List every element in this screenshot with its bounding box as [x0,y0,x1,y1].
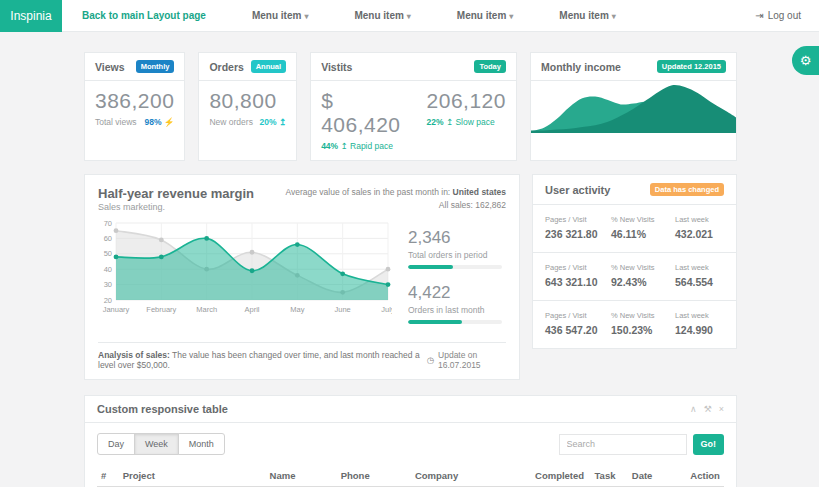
logout-button[interactable]: ⇥ Log out [755,10,801,21]
chevron-down-icon: ▾ [407,12,411,21]
monthly-income-area-chart [531,81,736,133]
visits-right-value: 206,120 [427,89,506,113]
bolt-icon: ⚡ [164,117,175,127]
menu-item-label: Menu item [354,10,403,21]
visits-badge: Today [474,60,506,73]
svg-text:60: 60 [104,234,112,243]
go-button[interactable]: Go! [693,434,725,455]
svg-text:April: April [244,305,259,314]
top-navbar: Inspinia Back to main Layout page Menu i… [0,0,819,32]
menu-item-1[interactable]: Menu item▾ [252,10,308,21]
revenue-title: Half-year revenue margin [98,186,254,201]
revenue-note: Average value of sales in the past month… [285,186,506,212]
clock-icon: ◷ [427,355,434,365]
day-button[interactable]: Day [97,433,135,455]
table-panel-body: Day Week Month Go! # Project [85,423,736,487]
svg-text:50: 50 [104,249,112,258]
menu-item-2[interactable]: Menu item▾ [354,10,410,21]
svg-text:July: July [381,305,392,314]
orders-widget-header: Orders Annual [199,53,296,81]
menu-item-3[interactable]: Menu item▾ [457,10,513,21]
col-date: Date [628,465,687,487]
week-button[interactable]: Week [134,433,179,455]
last-week-label: Last week [675,215,724,224]
analysis-text: Analysis of sales: The value has been ch… [98,350,427,370]
svg-text:February: February [146,305,176,314]
income-widget-header: Monthly income Updated 12.2015 [531,53,736,81]
visits-left-value: $ 406,420 [321,89,400,137]
svg-text:June: June [335,305,351,314]
monthly-income-widget: Monthly income Updated 12.2015 [530,52,737,161]
orders-delta: 20% ↥ [260,117,287,127]
new-visits-value: 46.11% [611,228,675,240]
svg-text:30: 30 [104,280,112,289]
new-visits-label: % New Visits [611,263,675,272]
theme-config-button[interactable]: ⚙ [792,46,819,75]
svg-text:20: 20 [104,296,112,305]
sign-out-icon: ⇥ [755,10,763,21]
middle-row: Half-year revenue margin Sales marketing… [84,174,737,380]
views-value: 386,200 [95,89,174,113]
menu-item-label: Menu item [252,10,301,21]
gears-icon: ⚙ [800,53,812,68]
orders-badge: Annual [251,60,286,73]
back-to-layout-link[interactable]: Back to main Layout page [82,10,206,21]
revenue-panel-footer: Analysis of sales: The value has been ch… [98,342,506,370]
col-project: Project [119,465,266,487]
table-header-row: # Project Name Phone Company Completed T… [97,465,724,487]
orders-last-month-label: Orders in last month [408,305,502,315]
income-title: Monthly income [541,61,621,73]
svg-text:May: May [290,305,304,314]
views-title: Views [95,61,125,73]
all-sales-value: All sales: 162,862 [439,200,506,210]
revenue-side-stats: 2,346 Total orders in period 4,422 Order… [392,218,506,338]
orders-widget: Orders Annual 80,800 New orders 20% ↥ [198,52,297,161]
orders-last-month-progress [408,320,502,324]
revenue-line-chart: 203040506070JanuaryFebruaryMarchAprilMay… [98,218,392,338]
table-panel-header: Custom responsive table ∧ ⚒ × [85,396,736,423]
orders-last-month-value: 4,422 [408,283,502,303]
svg-text:70: 70 [104,219,112,228]
visits-widget-body: $ 406,420 44% ↥ Rapid pace 206,120 22% ↥… [311,81,516,160]
orders-value: 80,800 [209,89,286,113]
stat-boxes-row: Views Monthly 386,200 Total views 98% ⚡ … [84,52,737,161]
menu-item-label: Menu item [559,10,608,21]
pages-visit-value: 236 321.80 [545,228,611,240]
col-action: Action [686,465,724,487]
user-activity-panel: User activity Data has changed Pages / V… [532,174,737,349]
visits-title: Vistits [321,61,352,73]
pages-visit-label: Pages / Visit [545,311,611,320]
orders-in-period-value: 2,346 [408,228,502,248]
user-activity-header: User activity Data has changed [533,175,736,205]
income-badge: Updated 12.2015 [657,60,726,73]
views-delta: 98% ⚡ [144,117,174,127]
update-timestamp: ◷Update on 16.07.2015 [427,350,506,370]
collapse-icon[interactable]: ∧ [690,404,697,414]
level-up-icon: ↥ [341,141,348,151]
menu-item-4[interactable]: Menu item▾ [559,10,615,21]
user-activity-row: Pages / Visit236 321.80 % New Visits46.1… [533,205,736,253]
new-visits-label: % New Visits [611,215,675,224]
search-group: Go! [559,434,725,455]
user-activity-row: Pages / Visit643 321.10 % New Visits92.4… [533,253,736,301]
chevron-down-icon: ▾ [612,12,616,21]
user-activity-title: User activity [545,184,610,196]
search-input[interactable] [559,434,687,455]
visits-right-delta: 22% ↥ Slow pace [427,117,506,127]
svg-text:40: 40 [104,265,112,274]
brand-logo[interactable]: Inspinia [0,0,62,32]
col-name: Name [266,465,337,487]
col-task: Task [591,465,628,487]
revenue-panel: Half-year revenue margin Sales marketing… [84,174,520,380]
chevron-down-icon: ▾ [509,12,513,21]
col-phone: Phone [337,465,411,487]
close-icon[interactable]: × [719,404,724,414]
data-changed-badge: Data has changed [650,183,724,196]
level-up-icon: ↥ [279,117,286,127]
orders-widget-body: 80,800 New orders 20% ↥ [199,81,296,136]
view-switcher: Day Week Month [97,433,225,455]
views-widget: Views Monthly 386,200 Total views 98% ⚡ [84,52,185,161]
revenue-panel-body: 203040506070JanuaryFebruaryMarchAprilMay… [98,218,506,338]
wrench-icon[interactable]: ⚒ [704,404,712,414]
month-button[interactable]: Month [178,433,225,455]
